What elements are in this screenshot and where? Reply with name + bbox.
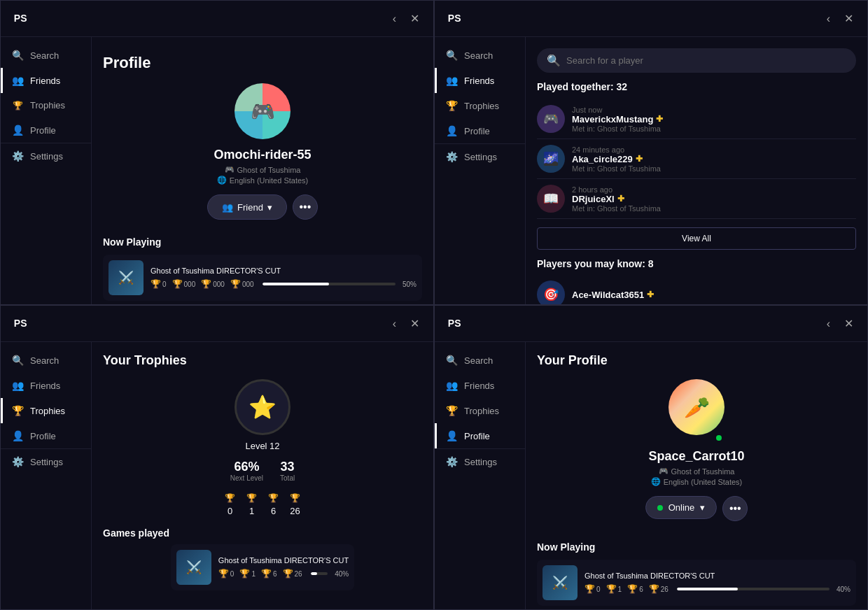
played-together-heading: Played together: 32 — [537, 81, 856, 92]
profile-icon: 👤 — [12, 125, 23, 136]
svg-text:PS: PS — [14, 13, 27, 24]
header-controls-2: ‹ ✕ — [824, 9, 856, 28]
next-level-label: Next Level — [230, 474, 263, 482]
more-options-button-4[interactable]: ••• — [722, 496, 748, 521]
level-text: Level 12 — [245, 441, 279, 451]
sidebar-item-friends-3[interactable]: 👥 Friends — [1, 373, 91, 398]
more-options-button[interactable]: ••• — [293, 194, 318, 220]
sidebar-item-trophies-2[interactable]: 🏆 Trophies — [435, 93, 525, 118]
panel-3-header: PS ‹ ✕ — [1, 306, 433, 342]
game-row: ⚔️ Ghost of Tsushima DIRECTOR'S CUT 🏆 0 — [103, 255, 422, 301]
back-button[interactable]: ‹ — [390, 10, 399, 28]
player-search-bar[interactable]: 🔍 — [537, 48, 856, 73]
back-button-2[interactable]: ‹ — [824, 10, 833, 28]
close-button-2[interactable]: ✕ — [841, 9, 856, 28]
player-avatar-4: 🎯 — [537, 281, 565, 304]
panel-4-sidebar: 🔍 Search 👥 Friends 🏆 Trophies 👤 Profile … — [435, 342, 526, 609]
gold-count-num: 1 — [249, 506, 254, 516]
online-status-button[interactable]: Online ▾ — [645, 496, 718, 519]
sidebar-item-search-3[interactable]: 🔍 Search — [1, 348, 91, 373]
silver-trophy: 🏆 000 — [201, 279, 225, 289]
sidebar-item-friends-4[interactable]: 👥 Friends — [435, 373, 525, 398]
s-trophy-3: 🏆 6 — [261, 569, 277, 579]
p-trophy-3: 🏆 0 — [218, 569, 234, 579]
username: Omochi-rider-55 — [214, 148, 311, 162]
panel-3-sidebar: 🔍 Search 👥 Friends 🏆 Trophies 👤 Profile … — [1, 342, 92, 609]
friends-icon-3: 👥 — [12, 380, 23, 391]
now-playing-section: Now Playing ⚔️ Ghost of Tsushima DIRECTO… — [103, 236, 422, 301]
sidebar-item-friends-2[interactable]: 👥 Friends — [435, 68, 525, 93]
back-button-3[interactable]: ‹ — [390, 315, 399, 333]
player-time-3: 2 hours ago — [572, 185, 856, 194]
player-meta-3: Met in: Ghost of Tsushima — [572, 204, 856, 213]
panel-2-header: PS ‹ ✕ — [435, 1, 867, 37]
close-button[interactable]: ✕ — [407, 9, 422, 28]
panel-1-header: PS ‹ ✕ — [1, 1, 433, 37]
sidebar-item-settings-4[interactable]: ⚙️ Settings — [435, 449, 525, 474]
avatar-image: 🎮 — [234, 83, 290, 139]
next-level-stat: 66% Next Level — [230, 460, 263, 482]
game-thumbnail: ⚔️ — [108, 260, 144, 295]
sidebar-item-profile-3[interactable]: 👤 Profile — [1, 423, 91, 448]
sidebar-item-search-2[interactable]: 🔍 Search — [435, 43, 525, 68]
sidebar-item-friends[interactable]: 👥 Friends — [1, 68, 91, 93]
panel-1-body: 🔍 Search 👥 Friends 🏆 Trophies 👤 Profile … — [1, 37, 433, 304]
silver-count-num: 6 — [271, 506, 276, 516]
header-controls-4: ‹ ✕ — [824, 314, 856, 333]
panel-3-body: 🔍 Search 👥 Friends 🏆 Trophies 👤 Profile … — [1, 342, 433, 609]
friend-button[interactable]: 👥 Friend ▾ — [207, 194, 287, 220]
online-dot — [657, 505, 663, 511]
ghost-thumb-3: ⚔️ — [176, 550, 211, 585]
trophies-title: Your Trophies — [103, 353, 187, 368]
sidebar-item-settings[interactable]: ⚙️ Settings — [1, 143, 91, 169]
trophy-row-3: 🏆 0 🏆 1 🏆 6 — [218, 569, 349, 579]
sidebar-item-trophies-3[interactable]: 🏆 Trophies — [1, 398, 91, 423]
settings-icon: ⚙️ — [12, 150, 23, 162]
bronze-count-num: 26 — [290, 506, 300, 516]
header-controls-3: ‹ ✕ — [390, 314, 422, 333]
back-button-4[interactable]: ‹ — [824, 315, 833, 333]
player-search-input[interactable] — [566, 55, 846, 66]
close-button-3[interactable]: ✕ — [407, 314, 422, 333]
controller-icon: 🎮 — [225, 165, 234, 174]
progress-percent: 50% — [402, 281, 416, 288]
sidebar-item-search-4[interactable]: 🔍 Search — [435, 348, 525, 373]
trophy-icon: 🏆 — [12, 101, 23, 111]
trophy-star: ⭐ — [248, 394, 276, 420]
username4: Space_Carrot10 — [648, 449, 744, 464]
close-button-4[interactable]: ✕ — [841, 314, 856, 333]
profile-actions: 👥 Friend ▾ ••• — [207, 194, 318, 220]
game-thumbnail-4: ⚔️ — [542, 565, 578, 600]
settings-icon-4: ⚙️ — [446, 456, 457, 467]
gold-count: 🏆 1 — [246, 493, 257, 516]
playstation-logo-3: PS — [12, 317, 31, 331]
game-info-4: Ghost of Tsushima DIRECTOR'S CUT 🏆 0 🏆 1 — [584, 572, 850, 594]
trophy-icon-3: 🏆 — [12, 405, 23, 416]
ghost-thumb: ⚔️ — [108, 260, 144, 295]
bronze-count: 🏆 26 — [290, 493, 300, 516]
sidebar-item-profile-2[interactable]: 👤 Profile — [435, 118, 525, 143]
panel-1-content: Profile 🎮 Omochi-rider-55 🎮 Ghost of Tsu… — [92, 37, 433, 304]
player-info-4: Ace-Wildcat3651 ✚ — [572, 290, 856, 300]
trophy-level-circle: ⭐ — [234, 379, 290, 435]
silver-count-icon: 🏆 — [268, 493, 279, 503]
sidebar-item-trophies[interactable]: 🏆 Trophies — [1, 93, 91, 118]
p4-bronze: 🏆 26 — [649, 584, 668, 594]
panel-4-content: Your Profile 🥕 Space_Carrot10 🎮 Ghost of… — [526, 342, 867, 609]
player-info-2: 24 minutes ago Aka_circle229 ✚ Met in: G… — [572, 146, 856, 173]
p4-silver-icon: 🏆 — [627, 584, 638, 594]
sidebar-item-profile-4[interactable]: 👤 Profile — [435, 423, 525, 448]
panel-2-friends: PS ‹ ✕ 🔍 Search 👥 Friends 🏆 Trophies 👤 P… — [434, 0, 868, 305]
sidebar-item-settings-3[interactable]: ⚙️ Settings — [1, 449, 91, 474]
sidebar-item-trophies-4[interactable]: 🏆 Trophies — [435, 398, 525, 423]
player-name-4: Ace-Wildcat3651 ✚ — [572, 290, 856, 300]
sidebar-item-settings-2[interactable]: ⚙️ Settings — [435, 144, 525, 169]
panel-2-sidebar: 🔍 Search 👥 Friends 🏆 Trophies 👤 Profile … — [435, 37, 526, 304]
player-info-3: 2 hours ago DRjuiceXl ✚ Met in: Ghost of… — [572, 185, 856, 213]
player-avatar-3: 📖 — [537, 185, 565, 213]
progress-track-4: 40% — [677, 586, 850, 593]
sidebar-item-search[interactable]: 🔍 Search — [1, 43, 91, 68]
view-all-button[interactable]: View All — [537, 227, 856, 250]
sidebar-item-profile[interactable]: 👤 Profile — [1, 118, 91, 143]
silver-icon: 🏆 — [201, 279, 211, 289]
